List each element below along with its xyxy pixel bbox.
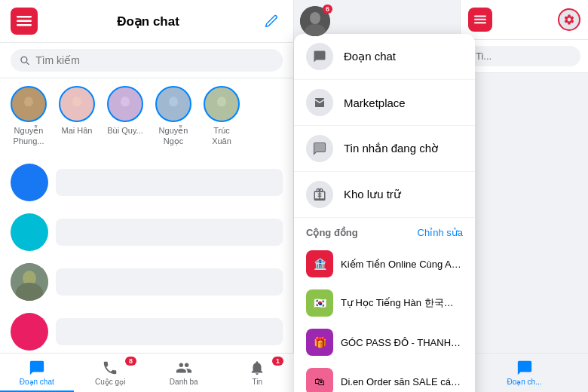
svg-rect-20 bbox=[474, 22, 486, 23]
bottom-nav: Đoạn chat 8 Cuộc gọi Danh ba 1 Tin bbox=[0, 353, 294, 392]
left-panel: Đoạn chat Nguyễn Phung... bbox=[0, 0, 294, 392]
svg-point-10 bbox=[118, 106, 133, 115]
contacts-icon bbox=[176, 360, 192, 376]
search-icon bbox=[20, 55, 29, 66]
svg-line-4 bbox=[26, 63, 29, 65]
chat-item[interactable] bbox=[0, 257, 293, 307]
right-nav-label: Đoạn ch... bbox=[507, 378, 541, 386]
community-section: Cộng đồng Chỉnh sửa 🏦 Kiếm Tiền Online C… bbox=[294, 218, 475, 392]
dropdown-item-marketplace[interactable]: Marketplace bbox=[294, 80, 475, 126]
right-menu-icon-box[interactable] bbox=[468, 8, 492, 32]
community-item-0[interactable]: 🏦 Kiếm Tiền Online Cùng ACCES... bbox=[294, 244, 475, 283]
story-name: Nguyễn Phung... bbox=[11, 125, 47, 147]
chat-icon bbox=[29, 360, 45, 376]
community-edit-button[interactable]: Chỉnh sửa bbox=[418, 227, 463, 238]
story-item[interactable]: Nguyễn Phung... bbox=[11, 86, 47, 147]
dropdown-chat-label: Đoạn chat bbox=[344, 50, 396, 63]
dropdown-item-chat[interactable]: Đoạn chat bbox=[294, 34, 475, 80]
dropdown-pending-label: Tin nhắn đang chờ bbox=[344, 142, 438, 155]
story-name: Nguyễn Ngọc bbox=[155, 125, 191, 147]
community-name-2: GÓC PASS ĐỒ - THANH LÝ... bbox=[341, 337, 461, 348]
right-settings-icon[interactable] bbox=[558, 8, 580, 31]
svg-rect-18 bbox=[474, 15, 486, 17]
svg-point-14 bbox=[214, 106, 230, 115]
nav-item-contacts[interactable]: Danh ba bbox=[147, 354, 221, 392]
calls-badge: 8 bbox=[125, 357, 136, 366]
dropdown-marketplace-label: Marketplace bbox=[344, 96, 406, 109]
left-header: Đoạn chat bbox=[0, 0, 293, 43]
pending-menu-icon bbox=[306, 135, 333, 162]
community-name-1: Tự Học Tiếng Hàn 한국어 ✏ bbox=[341, 296, 461, 310]
story-name: Trúc Xuân bbox=[204, 125, 240, 147]
dropdown-item-archive[interactable]: Kho lưu trữ bbox=[294, 172, 475, 218]
story-item[interactable]: Mai Hân bbox=[59, 86, 95, 147]
nav-label-chat: Đoạn chat bbox=[20, 378, 54, 386]
right-header bbox=[461, 0, 588, 40]
community-item-3[interactable]: 🛍 Di.en Order săn SALE các hàng... bbox=[294, 362, 475, 392]
dropdown-archive-label: Kho lưu trữ bbox=[344, 188, 401, 201]
nav-item-notifications[interactable]: 1 Tin bbox=[221, 354, 295, 392]
community-avatar-1: 🇰🇷 bbox=[306, 289, 333, 317]
community-title: Cộng đồng bbox=[306, 227, 358, 238]
svg-rect-0 bbox=[17, 16, 32, 18]
dropdown-item-pending[interactable]: Tin nhắn đang chờ bbox=[294, 126, 475, 172]
dropdown-menu: Đoạn chat Marketplace Tin nhắn đang chờ … bbox=[294, 34, 475, 392]
chat-menu-icon bbox=[306, 43, 333, 70]
marketplace-menu-icon bbox=[306, 89, 333, 116]
right-bottom-nav: Đoạn ch... bbox=[461, 353, 588, 392]
community-name-3: Di.en Order săn SALE các hàng... bbox=[341, 376, 461, 387]
community-avatar-2: 🎁 bbox=[306, 329, 333, 356]
search-bar bbox=[0, 43, 293, 78]
svg-point-22 bbox=[310, 12, 320, 24]
right-nav-item[interactable]: Đoạn ch... bbox=[507, 360, 541, 386]
nav-label-contacts: Danh ba bbox=[170, 378, 198, 386]
notification-icon bbox=[249, 360, 265, 376]
panel-title: Đoạn chat bbox=[117, 14, 179, 29]
story-name: Mai Hân bbox=[62, 125, 93, 136]
nav-label-notifications: Tin bbox=[252, 378, 262, 386]
story-item[interactable]: Bùi Quy... bbox=[107, 86, 143, 147]
chat-item[interactable] bbox=[0, 158, 293, 207]
svg-point-13 bbox=[217, 96, 226, 107]
community-avatar-0: 🏦 bbox=[306, 250, 333, 277]
community-header: Cộng đồng Chỉnh sửa bbox=[294, 222, 475, 244]
svg-point-8 bbox=[69, 106, 85, 115]
story-name: Bùi Quy... bbox=[107, 125, 142, 136]
svg-rect-2 bbox=[17, 24, 32, 26]
chat-item[interactable] bbox=[0, 307, 293, 357]
right-panel: Ti... Đoạn ch... bbox=[460, 0, 588, 392]
avatar-badge: 6 bbox=[323, 5, 332, 14]
right-search-wrap: Ti... bbox=[468, 46, 580, 66]
story-item[interactable]: Trúc Xuân bbox=[204, 86, 240, 147]
svg-point-9 bbox=[121, 96, 130, 107]
nav-item-chat[interactable]: Đoạn chat bbox=[0, 354, 74, 392]
community-item-1[interactable]: 🇰🇷 Tự Học Tiếng Hàn 한국어 ✏ bbox=[294, 283, 475, 323]
notifications-badge: 1 bbox=[272, 357, 283, 366]
community-avatar-3: 🛍 bbox=[306, 368, 333, 392]
stories-row: Nguyễn Phung... Mai Hân Bùi Quy... Nguyễ… bbox=[0, 78, 293, 155]
svg-rect-1 bbox=[17, 20, 32, 23]
community-item-2[interactable]: 🎁 GÓC PASS ĐỒ - THANH LÝ... bbox=[294, 323, 475, 362]
archive-menu-icon bbox=[306, 181, 333, 208]
community-name-0: Kiếm Tiền Online Cùng ACCES... bbox=[341, 259, 461, 270]
svg-point-3 bbox=[21, 57, 27, 63]
svg-rect-19 bbox=[474, 19, 486, 20]
search-input[interactable] bbox=[35, 54, 274, 66]
menu-icon-button[interactable] bbox=[11, 8, 38, 35]
compose-button[interactable] bbox=[259, 9, 283, 33]
right-search: Ti... bbox=[461, 40, 588, 73]
story-item[interactable]: Nguyễn Ngọc bbox=[155, 86, 191, 147]
chat-item[interactable] bbox=[0, 207, 293, 257]
svg-point-7 bbox=[72, 96, 81, 107]
svg-point-11 bbox=[169, 96, 178, 107]
svg-point-5 bbox=[24, 96, 33, 107]
right-search-placeholder: Ti... bbox=[476, 51, 492, 62]
nav-label-calls: Cuộc gọi bbox=[95, 378, 125, 386]
call-icon bbox=[102, 360, 118, 376]
search-input-wrap bbox=[11, 49, 283, 72]
svg-point-12 bbox=[166, 106, 182, 115]
svg-point-6 bbox=[21, 106, 37, 115]
nav-item-calls[interactable]: 8 Cuộc gọi bbox=[74, 354, 148, 392]
